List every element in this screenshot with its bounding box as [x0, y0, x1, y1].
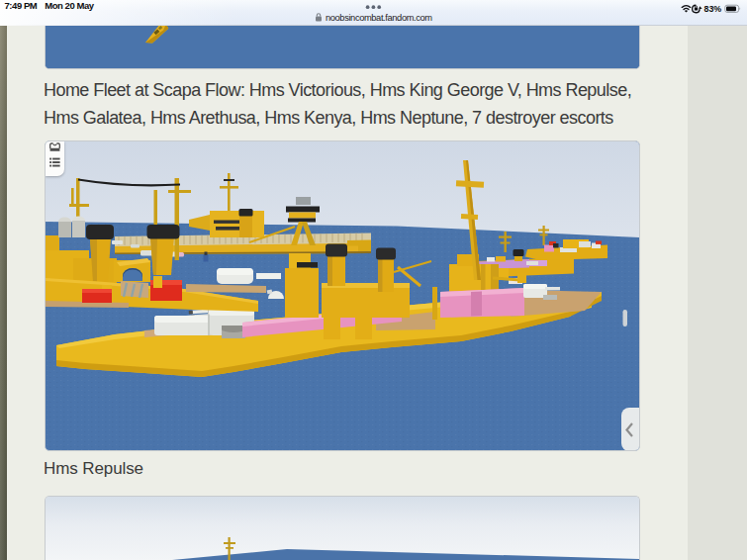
svg-text:83%: 83% — [704, 4, 722, 14]
